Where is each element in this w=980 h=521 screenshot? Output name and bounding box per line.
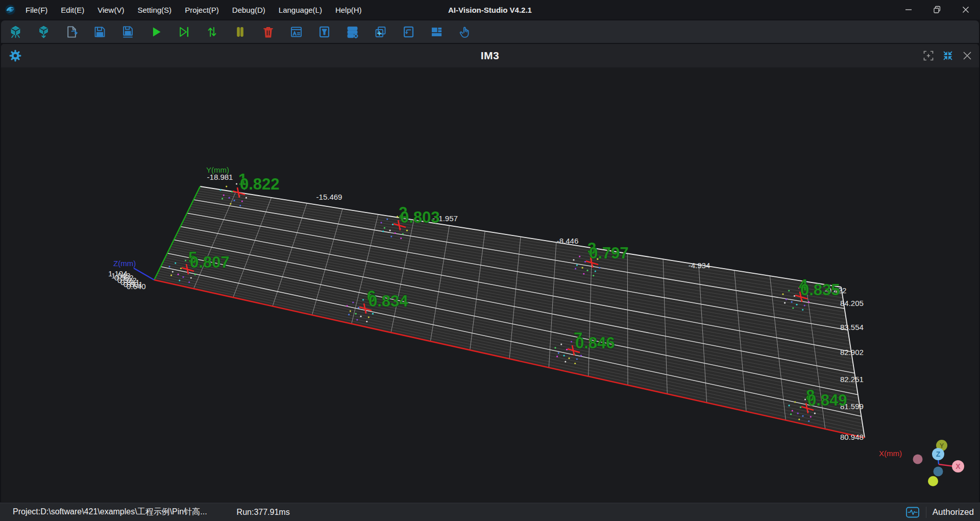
run-icon[interactable]: [142, 21, 170, 42]
point-cloud-dot: [382, 230, 384, 232]
point-cloud-dot: [358, 307, 359, 309]
loop-run-icon[interactable]: [198, 21, 226, 42]
calibration-icon[interactable]: [310, 21, 338, 42]
point-cloud-dot: [185, 259, 186, 261]
x-axis-label: X(mm): [879, 449, 902, 458]
point-cloud-dot: [574, 363, 576, 364]
im3-panel: IM3: [1, 44, 979, 502]
point-cloud-dot: [236, 183, 237, 184]
camera-3d-icon[interactable]: [30, 21, 58, 42]
point-cloud-dot: [579, 256, 580, 257]
layout-grid-icon[interactable]: [423, 21, 451, 42]
menu-edit[interactable]: Edit(E): [56, 4, 89, 16]
title-bar: File(F)Edit(E)View(V)Setting(S)Project(P…: [0, 0, 980, 19]
menu-view[interactable]: View(V): [92, 4, 129, 16]
menu-setting[interactable]: Setting(S): [132, 4, 177, 16]
x-tick-label: 82.902: [840, 348, 864, 357]
point-cloud-dot: [788, 290, 790, 292]
point-cloud-dot: [584, 261, 586, 263]
point-cloud-dot: [582, 267, 583, 269]
restore-button[interactable]: [923, 0, 951, 19]
copy-add-icon[interactable]: [366, 21, 395, 42]
menu-language[interactable]: Language(L): [274, 4, 327, 16]
point-cloud-dot: [796, 304, 797, 305]
im3-panel-header: IM3: [1, 44, 979, 67]
restore-icon: [932, 5, 942, 15]
project-path: Project:D:\software\421\examples\工程示例\Pi…: [13, 507, 207, 517]
menu-project[interactable]: Project(P): [180, 4, 224, 16]
point-cloud-dot: [794, 295, 795, 297]
point-cloud-dot: [794, 401, 796, 403]
point-cloud-dot: [246, 197, 247, 199]
point-value-label: 0.807: [190, 253, 230, 271]
point-cloud-dot: [231, 191, 233, 193]
pause-icon[interactable]: [226, 21, 254, 42]
y-tick-label: -18.981: [207, 173, 233, 181]
license-pulse-icon[interactable]: [905, 506, 920, 518]
point-cloud-dot: [564, 355, 565, 357]
run-once-icon[interactable]: [170, 21, 198, 42]
z-axis-label: Z(mm): [113, 259, 136, 268]
gizmo-x-label: X: [955, 462, 961, 470]
point-cloud-dot: [179, 280, 180, 281]
point-cloud-dot: [368, 316, 370, 318]
x-tick-label: 82.251: [840, 375, 864, 384]
point-cloud-dot: [355, 313, 357, 315]
point-cloud-dot: [593, 275, 594, 276]
point-value-label: 0.797: [589, 244, 629, 262]
point-cloud-dot: [392, 224, 394, 225]
point-cloud-dot: [356, 319, 358, 321]
point-cloud-dot: [178, 274, 179, 275]
collapse-icon: [942, 50, 954, 62]
point-cloud-dot: [390, 236, 392, 238]
point-cloud-dot: [397, 216, 398, 217]
log-window-icon[interactable]: [282, 21, 310, 42]
point-cloud-dot: [788, 405, 790, 406]
camera-capture-icon[interactable]: [2, 21, 30, 42]
point-cloud-dot: [568, 358, 570, 359]
y-tick-label: -15.469: [316, 193, 342, 201]
settings-gear-icon[interactable]: [9, 49, 22, 62]
point-cloud-dot: [352, 302, 354, 303]
status-bar: Project:D:\software\421\examples\工程示例\Pi…: [0, 503, 980, 521]
hand-tool-icon[interactable]: [451, 21, 479, 42]
close-button[interactable]: [951, 0, 980, 19]
point-cloud-dot: [366, 321, 368, 322]
menu-file[interactable]: File(F): [20, 4, 53, 16]
close-panel-button[interactable]: [961, 49, 974, 62]
point-value-label: 0.846: [575, 334, 615, 352]
point-cloud-dot: [170, 274, 172, 276]
point-cloud-dot: [219, 189, 221, 191]
data-queue-icon[interactable]: [338, 21, 366, 42]
point-cloud-dot: [586, 270, 588, 271]
3d-scene: Y(mm)Z(mm)X(mm)-18.981-15.469-11.957-8.4…: [1, 67, 979, 502]
minimize-button[interactable]: [894, 0, 923, 19]
point-cloud-dot: [406, 230, 408, 231]
point-cloud-dot: [172, 271, 174, 273]
point-cloud-dot: [576, 265, 578, 266]
point-cloud-dot: [384, 227, 385, 229]
3d-viewport[interactable]: Y(mm)Z(mm)X(mm)-18.981-15.469-11.957-8.4…: [1, 67, 979, 502]
orientation-gizmo[interactable]: YZX: [913, 440, 965, 486]
menu-debug[interactable]: Debug(D): [227, 4, 271, 16]
point-cloud-dot: [565, 361, 566, 363]
gizmo-x-line: [939, 464, 954, 466]
save-all-icon[interactable]: [114, 21, 142, 42]
point-cloud-dot: [797, 413, 799, 414]
restore-page-icon[interactable]: [395, 21, 423, 42]
point-cloud-dot: [784, 302, 786, 303]
save-icon[interactable]: [86, 21, 114, 42]
point-cloud-dot: [362, 299, 364, 300]
point-cloud-dot: [402, 233, 404, 234]
menu-help[interactable]: Help(H): [330, 4, 367, 16]
point-cloud-dot: [346, 305, 348, 306]
point-cloud-dot: [782, 293, 783, 295]
delete-icon[interactable]: [254, 21, 282, 42]
point-cloud-dot: [566, 349, 568, 350]
file-import-icon[interactable]: [58, 21, 86, 42]
point-cloud-dot: [810, 416, 812, 417]
collapse-view-button[interactable]: [941, 49, 954, 62]
minimize-icon: [903, 5, 914, 15]
point-value-label: 0.803: [400, 208, 440, 226]
expand-view-button[interactable]: [922, 49, 935, 62]
